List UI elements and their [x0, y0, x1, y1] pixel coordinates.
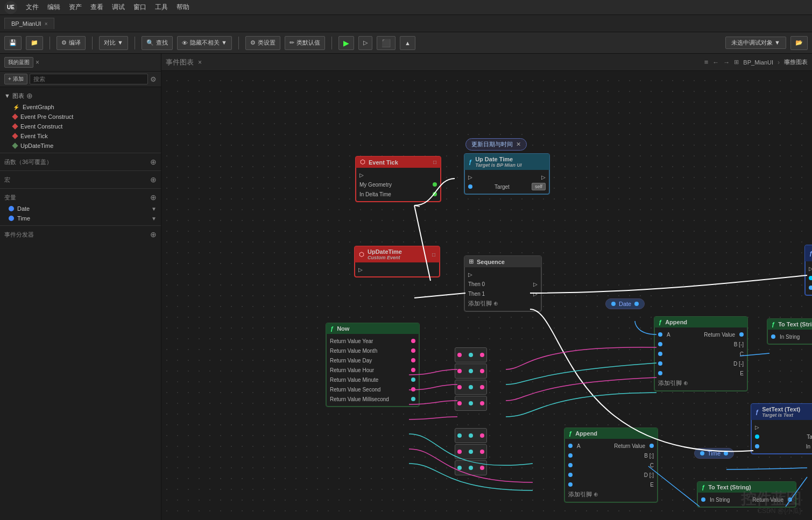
nav-back[interactable]: ← [712, 59, 719, 66]
stbot-exec: ▷ ▷ [752, 422, 812, 432]
event-icon [12, 113, 18, 119]
compare-button[interactable]: 对比 ▼ [99, 36, 128, 50]
tab-bp-mianui[interactable]: BP_MianUI × [4, 18, 54, 29]
canvas-area[interactable]: 事件图表 × ≡ ← → ⊞ BP_MianUI › 事件图表 缩放 1:1 [161, 54, 812, 520]
node-to-text-top[interactable]: ƒ To Text (String) In String Return Valu… [767, 318, 812, 345]
node-up-date-time[interactable]: ƒ Up Date Time Target is BP Mian UI ▷ ▷ … [464, 153, 550, 195]
mini-node-7[interactable] [455, 460, 487, 475]
browse-button[interactable]: 📁 [26, 36, 43, 50]
find-button[interactable]: 🔍 查找 [142, 36, 173, 50]
save-button[interactable]: 💾 [4, 36, 22, 50]
menu-assets[interactable]: 资产 [69, 3, 82, 12]
debug-browse-button[interactable]: 📂 [790, 36, 808, 50]
atop-d-pin [658, 361, 662, 366]
node-set-text-top[interactable]: ƒ SetText (Text) Target is Text ▷ ▷ Targ… [804, 245, 812, 296]
mini-node-2[interactable] [455, 364, 487, 379]
seq-icon: ⊞ [469, 258, 474, 265]
var-time[interactable]: Time ▼ [0, 213, 161, 223]
seq-add-pin[interactable]: 添加引脚 ⊕ [465, 298, 541, 309]
seq-then0-label: Then 0 [468, 281, 485, 287]
abot-e-label: E [650, 482, 654, 488]
node-set-text-bottom[interactable]: ƒ SetText (Text) Target is Text ▷ ▷ Targ… [751, 403, 812, 454]
ud-exec-out: ▷ [358, 267, 363, 273]
udt-exec-out: ▷ [541, 174, 546, 180]
mini-node-3[interactable] [455, 380, 487, 395]
node-append-top[interactable]: ƒ Append A Return Value B [-] C [654, 316, 748, 391]
node-event-tick[interactable]: ⬡ Event Tick □ ▷ My Geometry In Delta Ti… [355, 156, 441, 202]
now-minute: Return Value Minute [327, 375, 419, 384]
menu-view[interactable]: 查看 [90, 3, 103, 12]
date-badge-pin-out [634, 302, 639, 306]
var-date[interactable]: Date ▼ [0, 204, 161, 213]
canvas-sep: › [778, 59, 780, 66]
sttop-intext-pin [809, 286, 812, 290]
compile-button[interactable]: ⚙ 编译 [57, 36, 86, 50]
geometry-label: My Geometry [359, 182, 392, 188]
tree-event-construct[interactable]: Event Construct [0, 122, 161, 131]
mini-node-6[interactable] [455, 444, 487, 459]
menu-edit[interactable]: 编辑 [47, 3, 60, 12]
class-settings-button[interactable]: ⚙ 类设置 [245, 36, 280, 50]
settings-icon[interactable]: ⚙ [150, 75, 157, 83]
add-macro-btn[interactable]: ⊕ [150, 175, 157, 184]
add-graph-btn[interactable]: ⊕ [26, 91, 33, 100]
menu-help[interactable]: 帮助 [176, 3, 189, 12]
stop-button[interactable]: ⬛ [377, 36, 396, 50]
hide-unrelated-button[interactable]: 👁 隐藏不相关 ▼ [177, 36, 232, 50]
abot-addpin[interactable]: 添加引脚 ⊕ [565, 489, 657, 500]
node-sequence[interactable]: ⊞ Sequence ▷ Then 0 ▷ Then 1 ▷ 添加引脚 ⊕ [464, 255, 542, 312]
stbot-target: Target [752, 432, 812, 441]
node-append-bottom[interactable]: ƒ Append A Return Value B [:] C [564, 428, 658, 503]
mini-out-1 [480, 353, 484, 357]
mini-in-4 [457, 401, 462, 405]
node-updatedatetime[interactable]: ⬡ UpDateTime Custom Event □ ▷ [354, 246, 440, 277]
tree-header-graph[interactable]: ▼ 图表 ⊕ [0, 89, 161, 102]
menu-icon[interactable]: ≡ [704, 58, 709, 66]
panel-header-close[interactable]: × [198, 59, 202, 66]
nav-fwd[interactable]: → [723, 59, 730, 66]
add-variable-btn[interactable]: ⊕ [150, 193, 157, 202]
menu-file[interactable]: 文件 [26, 3, 39, 12]
tree-update-datetime[interactable]: UpDateTime [0, 141, 161, 151]
stbot-intext-label: In Text [806, 444, 812, 450]
menu-tools[interactable]: 工具 [155, 3, 168, 12]
atop-addpin[interactable]: 添加引脚 ⊕ [655, 378, 747, 388]
tab-close-btn[interactable]: × [45, 21, 48, 27]
tree-event-tick[interactable]: Event Tick [0, 131, 161, 141]
mini-node-5[interactable] [455, 428, 487, 443]
now-second-pin [411, 387, 415, 391]
tree-eventgraph[interactable]: ⚡ EventGraph [0, 102, 161, 112]
now-month-pin [411, 348, 415, 353]
now-day: Return Value Day [327, 355, 419, 365]
panel-header-label: 事件图表 [166, 58, 194, 67]
search-input[interactable] [30, 74, 148, 84]
time-badge: Time [694, 448, 734, 459]
sttop-icon: ƒ [809, 250, 812, 257]
menu-window[interactable]: 窗口 [133, 3, 146, 12]
debug-target-dropdown[interactable]: 未选中调试对象 ▼ [725, 37, 786, 49]
stbot-header: ƒ SetText (Text) Target is Text [751, 404, 812, 420]
append-top-header: ƒ Append [654, 317, 747, 327]
bp-header-close[interactable]: × [36, 59, 39, 66]
node-now[interactable]: ƒ Now Return Value Year Return Value Mon… [326, 323, 420, 407]
var-expand-date[interactable]: ▼ [151, 206, 157, 212]
add-function-btn[interactable]: ⊕ [150, 158, 157, 166]
exec-out-pin: ▷ [359, 172, 364, 178]
class-defaults-button[interactable]: ✏ 类默认值 [285, 36, 325, 50]
add-button[interactable]: + 添加 [4, 74, 27, 84]
mini-node-1[interactable] [455, 347, 487, 362]
mini-out-7 [480, 466, 484, 470]
mini-mid-3 [469, 385, 473, 389]
play-button[interactable]: ▶ [338, 36, 354, 50]
menu-debug[interactable]: 调试 [112, 3, 125, 12]
var-expand-time[interactable]: ▼ [151, 216, 157, 222]
eject-button[interactable]: ▲ [400, 36, 415, 50]
tree-event-pre-construct[interactable]: Event Pre Construct [0, 112, 161, 122]
atop-e-pin [658, 371, 662, 375]
watermark-sub: CSDN @{小瓜} [757, 507, 801, 516]
add-dispatcher-btn[interactable]: ⊕ [150, 230, 157, 239]
play2-button[interactable]: ▷ [358, 36, 372, 50]
atop-e-label: E [740, 371, 744, 376]
mini-mid-4 [469, 401, 473, 405]
mini-node-4[interactable] [455, 396, 487, 411]
